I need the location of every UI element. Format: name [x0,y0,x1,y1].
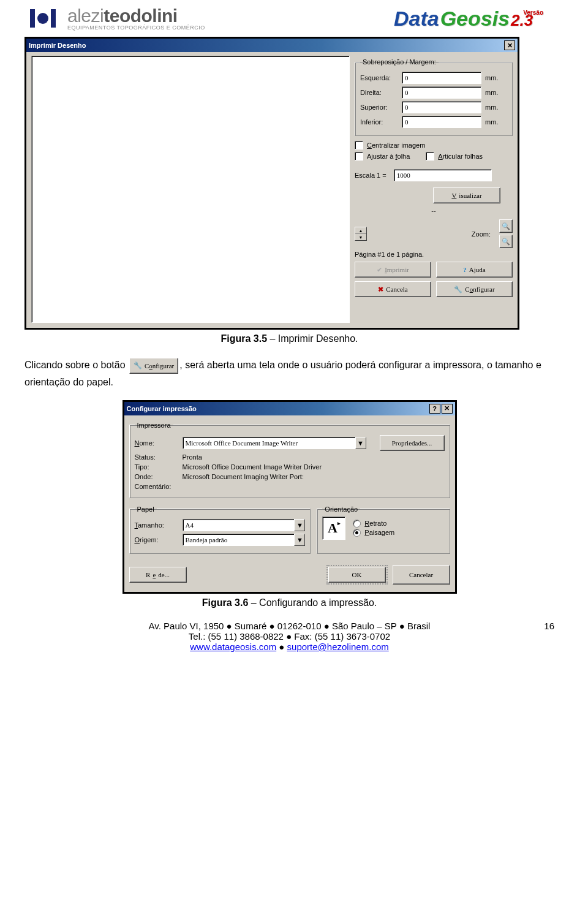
page-number: 16 [544,621,554,631]
dialog-configurar-impressao: Configurar impressão ? ✕ Impressora Nome… [123,400,457,594]
unit-mm: mm. [485,89,498,96]
inline-button-configurar: 🔧 Configurar [129,358,178,374]
group-orientacao: Orientação A▸ Retrato Pai [317,506,450,554]
label-tipo: Tipo: [135,463,179,471]
dialog-imprimir-desenho: Imprimir Desenho ✕ Sobreposição / Margem… [24,37,519,330]
version-word: Versão [523,9,543,16]
label-status: Status: [135,453,179,461]
unit-mm: mm. [485,104,498,111]
label-centralizar: Centralizar imagem [367,142,425,149]
status-dashes: -- [355,207,513,214]
label-direita: Direita: [360,89,398,96]
titlebar: Imprimir Desenho ✕ [26,39,518,52]
wrench-icon: 🔧 [454,286,462,293]
combo-origem[interactable] [183,534,295,546]
wrench-icon: 🔧 [134,362,142,369]
button-ajuda[interactable]: ? Ajuda [436,262,513,278]
button-cancela[interactable]: ✖ Cancela [355,281,431,297]
chevron-down-icon[interactable]: ▼ [355,437,366,449]
orientation-icon: A▸ [322,517,345,540]
combo-nome[interactable] [183,437,355,449]
caption-fig35: Figura 3.5 – Imprimir Desenho. [24,333,554,344]
legend-papel: Papel [135,506,157,513]
zoom-out-icon[interactable]: 🔍 [499,235,513,248]
label-superior: Superior: [360,104,398,111]
footer-link-email[interactable]: suporte@hezolinem.com [287,642,389,652]
checkbox-ajustar[interactable] [355,152,363,161]
logo-alezi: aleziteodolini EQUIPAMENTOS TOPOGRÁFICOS… [24,6,205,31]
close-icon[interactable]: ✕ [442,404,453,414]
input-inferior[interactable] [402,116,481,128]
page-spinner[interactable]: ▲ ▼ [355,227,367,241]
label-paisagem: Paisagem [364,529,394,536]
label-escala: Escala 1 = [355,172,386,179]
group-papel: Papel Tamanho: ▼ Origem: ▼ [129,506,311,554]
label-tamanho: Tamanho: [135,521,179,529]
label-ajustar: Ajustar à folha [367,153,410,160]
input-superior[interactable] [402,101,481,113]
group-impressora: Impressora Nome: ▼ Propriedades... Statu… [129,422,450,498]
radio-retrato[interactable] [353,520,361,528]
preview-canvas [31,56,350,323]
page-status: Página #1 de 1 página. [355,251,513,258]
button-configurar[interactable]: 🔧 Configurar [436,281,513,297]
label-retrato: Retrato [364,520,386,527]
input-esquerda[interactable] [402,72,481,84]
document-header: aleziteodolini EQUIPAMENTOS TOPOGRÁFICOS… [24,6,554,31]
label-origem: Origem: [135,536,179,543]
group-margins: Sobreposição / Margem: Esquerda: mm. Dir… [355,58,513,136]
legend-impressora: Impressora [135,422,173,429]
brand-bold: teodolini [104,6,177,26]
button-ok[interactable]: OK [328,567,386,583]
chevron-up-icon[interactable]: ▲ [355,227,366,234]
unit-mm: mm. [485,118,498,126]
x-icon: ✖ [378,286,383,293]
checkbox-centralizar[interactable] [355,141,363,150]
combo-tamanho[interactable] [183,519,295,531]
label-esquerda: Esquerda: [360,74,398,81]
logo-mark-icon [24,6,61,31]
value-status: Pronta [183,453,202,461]
dialog-title: Configurar impressão [127,405,197,412]
radio-paisagem[interactable] [353,529,361,537]
footer-link-site[interactable]: www.datageosis.com [190,642,276,652]
chevron-down-icon[interactable]: ▼ [294,534,305,546]
label-nome: Nome: [135,439,179,447]
label-inferior: Inferior: [360,118,398,126]
input-direita[interactable] [402,86,481,99]
page-footer: Av. Paulo VI, 1950 ● Sumaré ● 01262-010 … [24,621,554,652]
button-cancelar[interactable]: Cancelar [393,565,450,585]
brand-sub: EQUIPAMENTOS TOPOGRÁFICOS E COMÉRCIO [67,25,205,31]
label-articular: Articular folhas [438,153,483,160]
value-tipo: Microsoft Office Document Image Writer D… [183,463,322,471]
button-imprimir[interactable]: ✔ Imprimir [355,262,431,278]
body-paragraph: Clicando sobre o botão 🔧 Configurar , se… [24,357,554,390]
label-zoom: Zoom: [472,230,491,238]
input-escala[interactable] [394,169,492,181]
chevron-down-icon[interactable]: ▼ [294,519,305,531]
brand-text: alezi [67,6,104,26]
value-onde: Microsoft Document Imaging Writer Port: [183,473,304,480]
group-margins-legend: Sobreposição / Margem: [360,58,439,66]
check-icon: ✔ [377,266,382,274]
button-visualizar[interactable]: Visualizar [433,187,500,203]
titlebar: Configurar impressão ? ✕ [124,402,455,415]
chevron-down-icon[interactable]: ▼ [355,234,366,240]
help-icon[interactable]: ? [429,404,440,414]
caption-fig36: Figura 3.6 – Configurando a impressão. [24,597,554,608]
button-rede[interactable]: Rede... [129,567,187,583]
legend-orientacao: Orientação [322,506,360,513]
footer-line1: Av. Paulo VI, 1950 ● Sumaré ● 01262-010 … [24,621,554,631]
close-icon[interactable]: ✕ [504,40,515,50]
label-comentario: Comentário: [135,483,179,490]
product-b: Geosis [440,7,510,31]
dialog-title: Imprimir Desenho [29,42,86,49]
footer-line2: Tel.: (55 11) 3868-0822 ● Fax: (55 11) 3… [24,631,554,642]
unit-mm: mm. [485,74,498,81]
checkbox-articular[interactable] [426,152,434,161]
logo-datageosis: DataGeosis2.3 Versão [394,7,554,31]
help-icon: ? [463,266,467,273]
zoom-in-icon[interactable]: 🔍 [499,219,513,233]
footer-sep: ● [276,642,287,652]
button-propriedades[interactable]: Propriedades... [380,435,445,451]
